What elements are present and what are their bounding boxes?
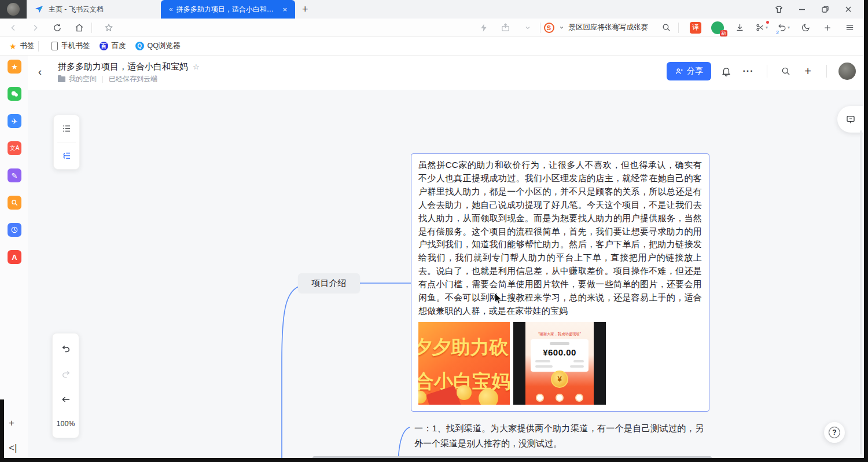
bookmark-baidu[interactable]: 百 百度 <box>100 41 126 51</box>
paper-plane-icon[interactable]: ✈ <box>8 114 21 128</box>
collect-star-icon[interactable]: ★ <box>8 60 21 74</box>
download-icon[interactable] <box>731 20 748 35</box>
share-button[interactable]: 分享 <box>667 62 711 80</box>
phone-bottom-icons <box>525 394 594 402</box>
new-badge: 新 <box>720 30 727 36</box>
mindmap-view-button[interactable] <box>54 142 79 169</box>
tab-current-doc[interactable]: « 拼多多助力项目，适合小白和宝妈 - × <box>161 0 295 19</box>
mouse-cursor <box>494 292 504 305</box>
qq-browser-icon: Q <box>135 42 144 50</box>
bookmark-star-icon: ★ <box>9 42 17 51</box>
chevron-down-icon[interactable] <box>519 20 536 35</box>
search-engine-caret-icon[interactable] <box>559 25 564 30</box>
user-avatar[interactable] <box>838 63 856 80</box>
tab-feishu-home[interactable]: 主页 - 飞书云文档 <box>27 0 161 19</box>
mindmap-node-steps[interactable]: 一：1、找到渠道。为大家提供两个助力渠道，有一个是自己测试过的，另外一个渠道是别… <box>414 421 704 458</box>
zoom-level[interactable]: 100% <box>53 412 79 435</box>
bookmarks-divider <box>38 41 39 52</box>
restore-button[interactable] <box>815 2 835 17</box>
bookmark-manager[interactable]: ★ 书签 <box>9 41 35 51</box>
undo-count: 2 <box>776 30 779 35</box>
browser-window: 主页 - 飞书云文档 « 拼多多助力项目，适合小白和宝妈 - × + <box>0 0 864 458</box>
toolbar-divider <box>540 23 540 33</box>
address-search-box[interactable]: S 景区回应将张骞写成张赛 <box>544 23 649 33</box>
add-extension-icon[interactable] <box>819 20 836 35</box>
redo-icon[interactable] <box>53 361 79 387</box>
notifications-bell-icon[interactable] <box>719 64 733 78</box>
doc-breadcrumb: 我的空间 已经保存到云端 <box>58 74 157 84</box>
doc-search-icon[interactable] <box>779 64 793 78</box>
menu-hamburger-icon[interactable] <box>841 20 858 35</box>
doc-header: ‹ 拼多多助力项目，适合小白和宝妈☆ 我的空间 已经保存到云端 分享 ··· <box>28 56 864 90</box>
bookmark-label: 百度 <box>112 41 126 51</box>
view-toggle-panel <box>53 115 80 170</box>
doc-space[interactable]: 我的空间 <box>69 74 97 84</box>
help-button[interactable]: ? <box>824 422 845 443</box>
translate-icon[interactable]: 译 <box>687 20 704 35</box>
doc-back-icon[interactable]: ‹ <box>38 66 42 78</box>
vertical-scrollbar[interactable] <box>860 130 862 454</box>
close-window-button[interactable] <box>838 2 858 17</box>
withdraw-screenshot-image[interactable]: “谢谢大家，我成功提现啦” ¥600.00 ¥ <box>513 322 606 405</box>
browser-account[interactable] <box>0 0 27 19</box>
doc-title: 拼多多助力项目，适合小白和宝妈☆ <box>58 61 200 72</box>
back-icon[interactable] <box>5 20 22 35</box>
question-mark-icon: ? <box>829 427 840 438</box>
share-page-icon[interactable] <box>497 20 514 35</box>
mindmap-canvas[interactable]: 100% 项目介绍 虽然拼CC家的助力和砍价行为，让很多人不喜欢，但也得承认，确… <box>28 90 864 458</box>
undo-icon[interactable] <box>53 336 79 361</box>
browser-account-avatar <box>7 3 20 16</box>
lightning-icon[interactable] <box>475 20 492 35</box>
add-sidebar-app-icon[interactable]: + <box>9 417 14 429</box>
bookmark-label: QQ浏览器 <box>148 41 181 51</box>
withdraw-amount: ¥600.00 <box>535 347 584 357</box>
mindmap-node-content[interactable]: 虽然拼CC家的助力和砍价行为，让很多人不喜欢，但也得承认，确实有不少人也真正提现… <box>411 153 709 412</box>
outline-view-button[interactable] <box>54 115 79 142</box>
comments-panel-tab[interactable] <box>837 106 864 133</box>
search-icon[interactable] <box>657 20 675 35</box>
favorite-doc-star-icon[interactable]: ☆ <box>193 63 200 71</box>
phone-icon <box>52 42 58 50</box>
collapse-rail-icon[interactable]: <| <box>9 442 17 454</box>
home-icon[interactable] <box>71 20 88 35</box>
pdf-tool-icon[interactable]: A <box>8 250 21 264</box>
refresh-icon[interactable] <box>49 20 66 35</box>
coin-graphic <box>479 388 498 405</box>
browser-toolbar: S 景区回应将张骞写成张赛 译 新 ▾ 2▾ <box>0 19 864 37</box>
browser-side-rail: ★ ✈ 文A ✎ A + <| <box>0 56 28 458</box>
theme-skin-icon[interactable] <box>769 2 789 17</box>
promo-image[interactable]: 夕夕助力砍 合小白宝妈 <box>418 322 510 405</box>
minimize-button[interactable] <box>792 2 812 17</box>
hot-search-suggestion[interactable]: 景区回应将张骞写成张赛 <box>569 23 649 32</box>
bookmark-label: 书签 <box>20 41 35 51</box>
history-clock-icon[interactable] <box>8 223 21 237</box>
tab-back-icon[interactable]: « <box>169 5 173 13</box>
bookmark-qq-browser[interactable]: Q QQ浏览器 <box>135 41 181 51</box>
tab-title: 拼多多助力项目，适合小白和宝妈 - <box>176 5 278 14</box>
favorite-star-icon[interactable] <box>100 20 117 35</box>
bookmark-mobile[interactable]: 手机书签 <box>52 41 90 51</box>
history-undo-icon[interactable]: 2▾ <box>775 20 792 35</box>
steps-paragraph-1: 一：1、找到渠道。为大家提供两个助力渠道，有一个是自己测试过的，另外一个渠道是别… <box>414 421 704 451</box>
notes-pen-icon[interactable]: ✎ <box>8 168 21 182</box>
search-app-icon[interactable] <box>8 196 21 210</box>
new-tab-button[interactable]: + <box>302 3 308 16</box>
screen-edge <box>0 399 4 462</box>
canvas-controls-panel: 100% <box>52 333 79 438</box>
sogou-logo-icon[interactable]: S <box>544 23 554 33</box>
bookmarks-bar: ★ 书签 手机书签 百 百度 Q QQ浏览器 <box>0 37 864 56</box>
night-mode-moon-icon[interactable] <box>797 20 814 35</box>
forward-icon[interactable] <box>27 20 44 35</box>
create-new-icon[interactable]: + <box>801 64 815 78</box>
wechat-icon[interactable] <box>8 87 21 101</box>
page-content: ★ ✈ 文A ✎ A + <| ‹ 拼多多助力项目，适合小白和宝妈☆ 我的空间 <box>0 56 864 458</box>
promo-app-icon[interactable]: 新 <box>709 20 726 35</box>
withdraw-quote: “谢谢大家，我成功提现啦” <box>529 331 590 336</box>
more-options-icon[interactable]: ··· <box>741 64 755 78</box>
mindmap-node-intro[interactable]: 项目介绍 <box>298 273 360 293</box>
screenshot-scissors-icon[interactable]: ▾ <box>753 20 770 35</box>
horizontal-scrollbar[interactable] <box>312 456 712 458</box>
tab-close-icon[interactable]: × <box>282 5 287 14</box>
translate-app-icon[interactable]: 文A <box>8 141 21 155</box>
fit-to-center-icon[interactable] <box>53 387 79 412</box>
